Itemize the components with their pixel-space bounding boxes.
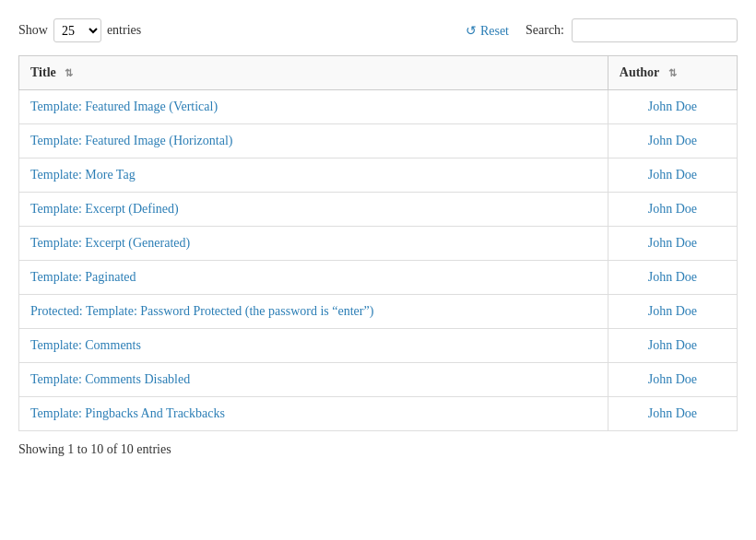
cell-title: Template: Comments Disabled (19, 363, 608, 397)
author-link[interactable]: John Doe (648, 372, 697, 386)
author-link[interactable]: John Doe (648, 202, 697, 216)
header-row: Title ⇅ Author ⇅ (19, 56, 738, 90)
author-link[interactable]: John Doe (648, 100, 697, 113)
cell-title: Template: More Tag (19, 158, 608, 193)
title-link[interactable]: Template: More Tag (30, 168, 136, 182)
title-link[interactable]: Template: Excerpt (Generated) (30, 236, 190, 250)
author-link[interactable]: John Doe (648, 134, 697, 147)
author-link[interactable]: John Doe (648, 406, 697, 420)
title-link[interactable]: Template: Pingbacks And Trackbacks (30, 406, 225, 420)
author-link[interactable]: John Doe (648, 236, 697, 250)
showing-text: Showing 1 to 10 of 10 entries (18, 442, 171, 456)
data-table: Title ⇅ Author ⇅ Template: Featured Imag… (18, 55, 738, 431)
cell-author: John Doe (608, 363, 737, 397)
cell-author: John Doe (608, 193, 737, 227)
cell-author: John Doe (608, 261, 737, 295)
title-sort-icon[interactable]: ⇅ (65, 67, 73, 79)
cell-title: Template: Featured Image (Horizontal) (19, 124, 608, 158)
title-link[interactable]: Template: Comments (30, 338, 141, 352)
column-header-author: Author ⇅ (608, 56, 737, 90)
show-entries-control: Show 102550100 entries (18, 18, 141, 42)
title-link[interactable]: Protected: Template: Password Protected … (30, 304, 373, 318)
cell-title: Template: Pingbacks And Trackbacks (19, 397, 608, 431)
footer-info: Showing 1 to 10 of 10 entries (18, 442, 738, 457)
table-row: Template: Comments DisabledJohn Doe (19, 363, 738, 397)
author-link[interactable]: John Doe (648, 168, 697, 182)
column-header-title: Title ⇅ (19, 56, 608, 90)
title-link[interactable]: Template: Excerpt (Defined) (30, 202, 179, 216)
title-link[interactable]: Template: Comments Disabled (30, 372, 190, 386)
table-row: Protected: Template: Password Protected … (19, 295, 738, 329)
table-header: Title ⇅ Author ⇅ (19, 56, 738, 90)
cell-title: Template: Featured Image (Vertical) (19, 90, 608, 124)
cell-title: Protected: Template: Password Protected … (19, 295, 608, 329)
table-row: Template: Excerpt (Defined)John Doe (19, 193, 738, 227)
cell-author: John Doe (608, 90, 737, 124)
cell-title: Template: Paginated (19, 261, 608, 295)
cell-author: John Doe (608, 158, 737, 193)
show-label: Show (18, 23, 48, 38)
table-row: Template: More TagJohn Doe (19, 158, 738, 193)
title-link[interactable]: Template: Paginated (30, 270, 136, 284)
table-row: Template: Featured Image (Vertical)John … (19, 90, 738, 124)
table-row: Template: Excerpt (Generated)John Doe (19, 227, 738, 261)
cell-author: John Doe (608, 295, 737, 329)
author-link[interactable]: John Doe (648, 338, 697, 352)
cell-title: Template: Comments (19, 329, 608, 363)
title-link[interactable]: Template: Featured Image (Horizontal) (30, 134, 232, 147)
search-bar: Reset Search: (466, 18, 738, 42)
search-label: Search: (526, 23, 564, 38)
entries-label: entries (107, 23, 141, 38)
cell-author: John Doe (608, 397, 737, 431)
table-row: Template: PaginatedJohn Doe (19, 261, 738, 295)
title-link[interactable]: Template: Featured Image (Vertical) (30, 100, 218, 113)
title-column-label: Title (30, 65, 56, 79)
reset-button[interactable]: Reset (466, 23, 509, 39)
author-link[interactable]: John Doe (648, 270, 697, 284)
cell-author: John Doe (608, 329, 737, 363)
table-row: Template: CommentsJohn Doe (19, 329, 738, 363)
author-sort-icon[interactable]: ⇅ (668, 67, 677, 79)
table-body: Template: Featured Image (Vertical)John … (19, 90, 738, 431)
search-input[interactable] (572, 18, 738, 42)
author-link[interactable]: John Doe (648, 304, 697, 318)
cell-author: John Doe (608, 227, 737, 261)
cell-author: John Doe (608, 124, 737, 158)
table-row: Template: Pingbacks And TrackbacksJohn D… (19, 397, 738, 431)
cell-title: Template: Excerpt (Defined) (19, 193, 608, 227)
author-column-label: Author (620, 65, 659, 79)
cell-title: Template: Excerpt (Generated) (19, 227, 608, 261)
controls-bar: Show 102550100 entries Reset Search: (18, 18, 738, 42)
table-row: Template: Featured Image (Horizontal)Joh… (19, 124, 738, 158)
entries-select[interactable]: 102550100 (53, 18, 101, 42)
